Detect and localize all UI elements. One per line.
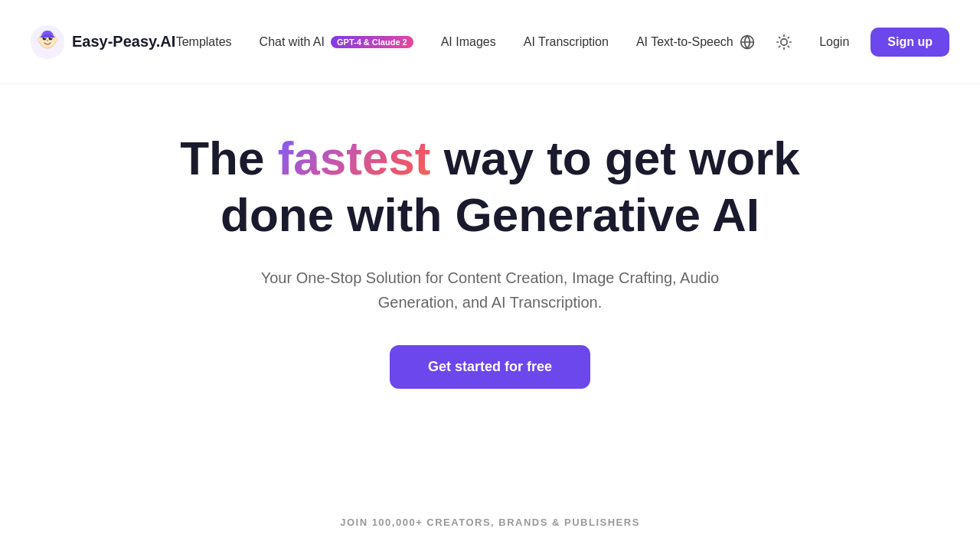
get-started-button[interactable]: Get started for free [390, 345, 590, 389]
nav-templates[interactable]: Templates [176, 35, 232, 49]
svg-line-19 [779, 46, 780, 47]
svg-line-15 [779, 37, 780, 37]
theme-toggle-button[interactable] [770, 28, 798, 56]
nav-links: Templates Chat with AI GPT-4 & Claude 2 … [176, 35, 733, 49]
nav-transcription[interactable]: AI Transcription [524, 35, 609, 49]
hero-title: The fastest way to get work done with Ge… [161, 130, 819, 244]
login-button[interactable]: Login [807, 29, 861, 55]
logo-text: Easy-Peasy.AI [72, 33, 175, 51]
signup-button[interactable]: Sign up [871, 28, 949, 57]
svg-point-12 [781, 38, 787, 44]
svg-point-8 [38, 37, 41, 42]
logo[interactable]: Easy-Peasy.AI [31, 25, 175, 59]
social-proof-text: JOIN 100,000+ CREATORS, BRANDS & PUBLISH… [340, 517, 640, 528]
social-proof-banner: JOIN 100,000+ CREATORS, BRANDS & PUBLISH… [340, 517, 640, 528]
nav-images[interactable]: AI Images [441, 35, 496, 49]
svg-point-9 [54, 37, 57, 42]
svg-line-20 [788, 37, 789, 37]
hero-accent-word: fastest [278, 132, 431, 184]
svg-point-7 [47, 40, 49, 41]
nav-actions: Login Sign up [733, 28, 949, 57]
chat-badge: GPT-4 & Claude 2 [331, 36, 413, 48]
navbar: Easy-Peasy.AI Templates Chat with AI GPT… [0, 0, 980, 84]
hero-section: The fastest way to get work done with Ge… [0, 84, 980, 465]
nav-chat[interactable]: Chat with AI GPT-4 & Claude 2 [260, 35, 413, 49]
logo-icon [31, 25, 64, 59]
nav-tts[interactable]: AI Text-to-Speech [636, 35, 733, 49]
svg-line-16 [788, 46, 789, 47]
hero-subtitle: Your One-Stop Solution for Content Creat… [253, 266, 727, 315]
language-button[interactable] [733, 28, 761, 56]
